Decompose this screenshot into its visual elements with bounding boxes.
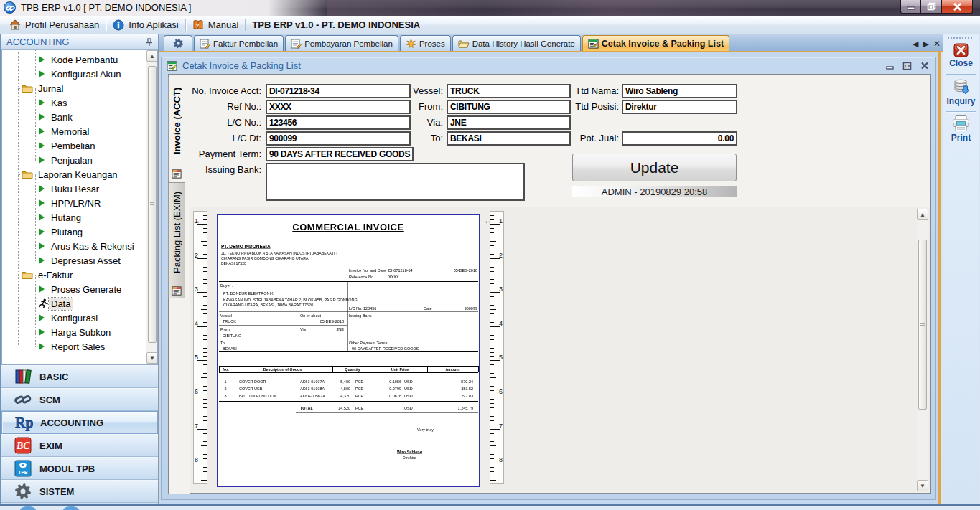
update-button[interactable]: Update bbox=[572, 154, 737, 181]
toolbar-item-manual[interactable]: ? Manual bbox=[187, 17, 245, 33]
field-input-issuing_bank[interactable] bbox=[266, 163, 525, 201]
ruler-tick bbox=[201, 377, 207, 378]
ruler-number: 2 bbox=[195, 252, 198, 259]
field-input-payment_term[interactable]: 90 DAYS AFTER RECEIVED GOODS bbox=[266, 147, 414, 161]
ruler-tick bbox=[490, 450, 494, 450]
tab-label: Cetak Invoice & Packing List bbox=[602, 39, 724, 49]
tree-item-konfigurasi-akun[interactable]: Konfigurasi Akun bbox=[2, 67, 145, 81]
margin-handle-icon[interactable]: ↔ bbox=[483, 215, 493, 226]
tree-item-kode-pembantu[interactable]: Kode Pembantu bbox=[2, 52, 145, 67]
doc-rule-line bbox=[219, 311, 478, 312]
tree-item-hpp-lr-nr[interactable]: HPP/LR/NR bbox=[2, 196, 145, 210]
tree-item-arus-kas-rekonsi[interactable]: Arus Kas & Rekonsi bbox=[2, 239, 145, 253]
tree-item-depresiasi-asset[interactable]: Depresiasi Asset bbox=[2, 253, 145, 268]
mdi-area: Cetak Invoice & Packing List bbox=[159, 52, 941, 504]
scroll-up-icon[interactable]: ▲ bbox=[146, 50, 158, 62]
titlebar-sheen bbox=[327, 0, 786, 16]
doc-row-qty: 5,400 bbox=[314, 379, 350, 384]
ruler-tick bbox=[201, 480, 207, 481]
margin-handle-icon[interactable]: ↔ bbox=[192, 215, 201, 226]
doc-total-qty: 14,520 bbox=[314, 406, 350, 410]
module-label: MODUL TPB bbox=[39, 463, 95, 474]
ruler-tick bbox=[203, 335, 207, 336]
leaf-arrow-icon bbox=[39, 285, 45, 293]
tree-item-report-sales[interactable]: Report Sales bbox=[2, 339, 145, 354]
print-button[interactable]: Print bbox=[943, 115, 979, 143]
doc-minimize-button[interactable] bbox=[884, 60, 896, 71]
doc-total-currency: USD bbox=[404, 406, 413, 410]
tree-item-label: Proses Generate bbox=[49, 283, 123, 296]
doc-rule-line bbox=[347, 281, 348, 351]
ruler-tick bbox=[203, 390, 207, 391]
folder-icon bbox=[22, 170, 33, 179]
preview-scrollbar[interactable]: ▲▼ bbox=[917, 209, 928, 491]
field-label-payment_term: Payment Term: bbox=[146, 148, 261, 159]
pin-icon[interactable] bbox=[146, 38, 153, 47]
toolbar-item-profil-perusahaan[interactable]: Profil Perusahaan bbox=[4, 17, 105, 33]
toolbar-item-info-aplikasi[interactable]: Info Aplikasi bbox=[107, 17, 184, 33]
tree-item-pembelian[interactable]: Pembelian bbox=[2, 138, 145, 153]
ruler-tick bbox=[490, 441, 494, 442]
taskbar-sliver bbox=[0, 506, 980, 510]
side-tab-packing-list-exim[interactable]: Packing List (EXIM) EXIT bbox=[168, 182, 185, 298]
tab-scroll-left-icon[interactable]: ◀ bbox=[913, 39, 918, 49]
module-button-basic[interactable]: BASIC bbox=[1, 365, 158, 388]
tab-pembayaran-pembelian[interactable]: Pembayaran Pembelian bbox=[285, 35, 398, 51]
module-button-modul-tpb[interactable]: TPBMODUL TPB bbox=[1, 457, 158, 480]
scroll-down-icon[interactable]: ▼ bbox=[917, 480, 928, 491]
field-input-via[interactable]: JNE bbox=[447, 115, 571, 130]
doc-close-button[interactable] bbox=[918, 60, 930, 71]
toolbar-grip[interactable] bbox=[948, 37, 974, 39]
ruler-tick bbox=[490, 275, 496, 275]
tree-item-buku-besar[interactable]: Buku Besar bbox=[2, 181, 145, 196]
preview-scrollbar-thumb[interactable] bbox=[918, 240, 927, 410]
ruler-tick bbox=[490, 335, 494, 336]
doc-row-amount: 383.52 bbox=[423, 387, 473, 391]
doc-row-amount: 570.24 bbox=[423, 379, 473, 384]
report-preview: 1234567812345678↔↔▲▼COMMERCIAL INVOICEPT… bbox=[190, 207, 930, 494]
tree-guide bbox=[35, 189, 36, 203]
tab-proses[interactable]: Proses bbox=[400, 35, 451, 51]
tab-scroll-right-icon[interactable]: ▶ bbox=[923, 39, 928, 49]
module-button-scm[interactable]: SCM bbox=[1, 388, 158, 411]
tab-settings[interactable] bbox=[164, 35, 192, 51]
tab-close-icon[interactable]: ✕ bbox=[933, 39, 941, 49]
ruler-number: 6 bbox=[499, 388, 503, 395]
field-input-ttd_nama[interactable]: Wiro Sableng bbox=[622, 84, 737, 98]
tree-item-konfigurasi[interactable]: Konfigurasi bbox=[2, 311, 145, 325]
module-button-sistem[interactable]: SISTEM bbox=[1, 480, 158, 503]
doc-row-currency: USD bbox=[404, 387, 413, 391]
close-button[interactable] bbox=[942, 0, 973, 14]
tree-item-proses-generate[interactable]: Proses Generate bbox=[2, 282, 145, 296]
tab-data-history-hasil-generate[interactable]: Data History Hasil Generate bbox=[452, 35, 581, 51]
ruler-tick bbox=[490, 403, 494, 404]
module-button-accounting[interactable]: RpACCOUNTING bbox=[1, 411, 158, 434]
tree-scrollbar[interactable]: ▲▼ bbox=[146, 50, 157, 364]
tree-item-penjualan[interactable]: Penjualan bbox=[2, 153, 145, 167]
module-button-exim[interactable]: BCEXIM bbox=[1, 434, 158, 457]
tree-item-e-faktur[interactable]: e-Faktur bbox=[2, 268, 145, 282]
restore-button[interactable] bbox=[921, 0, 942, 14]
tree-item-piutang[interactable]: Piutang bbox=[2, 225, 145, 239]
field-input-pot_jual[interactable]: 0.00 bbox=[622, 131, 737, 146]
minimize-button[interactable] bbox=[900, 0, 921, 14]
tree-item-hutang[interactable]: Hutang bbox=[2, 210, 145, 225]
tree-item-bank[interactable]: Bank bbox=[2, 110, 145, 124]
tree-item-jurnal[interactable]: Jurnal bbox=[2, 81, 145, 95]
tree-item-laporan-keuangan[interactable]: Laporan Keuangan bbox=[2, 167, 145, 181]
scroll-down-icon[interactable]: ▼ bbox=[146, 352, 158, 364]
tree-item-data[interactable]: Data bbox=[2, 296, 145, 311]
scroll-up-icon[interactable]: ▲ bbox=[917, 209, 928, 220]
field-input-ttd_posisi[interactable]: Direktur bbox=[622, 100, 737, 114]
doc-seller-name: PT. DEMO INDONESIA bbox=[221, 244, 271, 250]
tree-item-memorial[interactable]: Memorial bbox=[2, 124, 145, 138]
ruler-tick bbox=[490, 283, 494, 284]
inquiry-button[interactable]: Inquiry bbox=[943, 78, 979, 106]
doc-restore-button[interactable] bbox=[901, 60, 913, 71]
tree-item-kas[interactable]: Kas bbox=[2, 95, 145, 110]
tab-cetak-invoice-packing-list[interactable]: Cetak Invoice & Packing List bbox=[582, 35, 729, 51]
tab-faktur-pembelian[interactable]: Faktur Pembelian bbox=[194, 35, 284, 51]
close-button[interactable]: Close bbox=[943, 43, 979, 68]
doc-from-label: From bbox=[220, 327, 230, 331]
tree-item-harga-subkon[interactable]: Harga Subkon bbox=[2, 325, 145, 339]
